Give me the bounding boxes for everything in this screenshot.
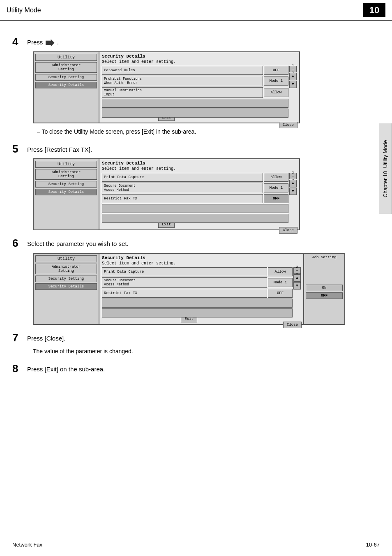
arrow-icon xyxy=(46,39,55,46)
s2-row3-value: OFF xyxy=(264,194,288,203)
screen1-scroll: 1─2 ▲ ▼ xyxy=(289,66,297,118)
scroll-down-2[interactable]: ▼ xyxy=(289,188,297,195)
screen3-row-1: Print Data Capture Allow xyxy=(102,267,293,276)
screen1-footer: Close xyxy=(101,122,297,128)
header-title: Utility Mode xyxy=(7,7,41,14)
screen1-row-empty1 xyxy=(102,99,288,108)
screen2-row-empty1 xyxy=(102,204,288,213)
utility-btn-3[interactable]: Utility xyxy=(35,255,97,262)
side-chapter-label: Chapter 10 Utility Mode xyxy=(379,123,392,214)
main-content: 4 Press . Utility AdministratorSetting S… xyxy=(0,21,392,387)
screen2-subtitle: Select item and enter setting. xyxy=(102,167,297,171)
screen1-rows: Password Rules OFF Prohibit FunctionsWhe… xyxy=(102,66,288,118)
scroll-top-3: 2─2 xyxy=(293,267,301,274)
admin-btn-2[interactable]: AdministratorSetting xyxy=(35,169,97,180)
screen1-subtitle: Select item and enter setting. xyxy=(102,60,297,64)
scroll-down-1[interactable]: ▼ xyxy=(289,81,297,88)
scroll-up-1[interactable]: ▲ xyxy=(289,73,297,80)
s3-empty2 xyxy=(102,308,293,317)
s3-row1-value: Allow xyxy=(268,267,293,276)
close-btn-2[interactable]: Close xyxy=(279,227,297,234)
utility-btn-2[interactable]: Utility xyxy=(35,161,97,168)
security-details-btn-2[interactable]: Security Details xyxy=(35,189,97,195)
utility-btn-1[interactable]: Utility xyxy=(35,54,97,61)
screen1-title: Security Details xyxy=(102,54,297,59)
s2-row2-label: Secure DocumentAcess Method xyxy=(102,183,263,193)
step-text-5: Press [Restrict Fax TX]. xyxy=(27,145,92,155)
step-number-7: 7 xyxy=(12,332,27,343)
step-text-6: Select the parameter you wish to set. xyxy=(27,239,129,249)
off-btn[interactable]: OFF xyxy=(306,292,343,299)
footer-right: 10-67 xyxy=(366,542,380,548)
step7-subnote: The value of the parameter is changed. xyxy=(33,347,371,356)
screen1-row-2: Prohibit FunctionsWhen Auth. Error Mode … xyxy=(102,76,288,86)
security-setting-btn-3[interactable]: Security Setting xyxy=(35,276,97,282)
screen3-row-2: Secure DocumentAcess Method Mode 1 xyxy=(102,277,293,288)
page-header: Utility Mode 10 xyxy=(0,0,392,21)
screen3-right-panel: Job Setting ON OFF xyxy=(303,254,344,324)
step-text-4: Press . xyxy=(27,38,59,47)
admin-btn-1[interactable]: AdministratorSetting xyxy=(35,62,97,73)
s3-row3-label: Restrict Fax TX xyxy=(102,289,267,298)
step-number-6: 6 xyxy=(12,238,27,248)
step-number-8: 8 xyxy=(12,363,27,374)
screen3-subtitle: Select item and enter setting. xyxy=(102,261,301,266)
close-btn-1[interactable]: Close xyxy=(279,122,297,128)
screen-left-2: Utility AdministratorSetting Security Se… xyxy=(34,159,99,229)
screen2-row-2: Secure DocumentAcess Method Mode 1 xyxy=(102,183,288,193)
right-panel-title: Job Setting xyxy=(306,255,343,259)
security-setting-btn-2[interactable]: Security Setting xyxy=(35,181,97,188)
s2-empty2 xyxy=(102,214,288,223)
scroll-up-2[interactable]: ▲ xyxy=(289,180,297,187)
step-8: 8 Press [Exit] on the sub-area. xyxy=(12,363,371,374)
screen2-scroll: 2─2 ▲ ▼ xyxy=(289,173,297,223)
s2-row1-value: Allow xyxy=(264,173,288,182)
s3-row3-value: OFF xyxy=(268,289,293,298)
screen2-rows: Print Data Capture Allow Secure Document… xyxy=(102,173,288,223)
row1-label: Password Rules xyxy=(102,66,263,75)
screen3-row-empty2 xyxy=(102,308,293,317)
footer-left: Network Fax xyxy=(12,542,42,548)
screen2-row-1: Print Data Capture Allow xyxy=(102,173,288,182)
screen3-title: Security Details xyxy=(102,255,301,260)
screen1-row-empty2 xyxy=(102,109,288,118)
security-details-btn-1[interactable]: Security Details xyxy=(35,82,97,88)
screen-mockup-3: Utility AdministratorSetting Security Se… xyxy=(33,253,345,325)
row2-value: Mode 1 xyxy=(264,76,288,86)
row1-value: OFF xyxy=(264,66,288,75)
screen3-row-empty1 xyxy=(102,299,293,308)
step-7: 7 Press [Close]. xyxy=(12,332,371,343)
screen2-row-3: Restrict Fax TX OFF xyxy=(102,194,288,203)
row-empty2 xyxy=(102,109,288,118)
screen2-footer: Close xyxy=(101,227,297,234)
scroll-down-3[interactable]: ▼ xyxy=(293,282,301,290)
s3-row2-label: Secure DocumentAcess Method xyxy=(102,277,267,288)
on-btn[interactable]: ON xyxy=(306,285,343,291)
step-5: 5 Press [Restrict Fax TX]. xyxy=(12,144,371,155)
security-setting-btn-1[interactable]: Security Setting xyxy=(35,74,97,81)
screen-left-1: Utility AdministratorSetting Security Se… xyxy=(34,52,99,123)
screen1-content: Password Rules OFF Prohibit FunctionsWhe… xyxy=(102,66,297,118)
scroll-top-1: 1─2 xyxy=(289,66,297,72)
step-number-5: 5 xyxy=(12,144,27,154)
screen-right-1: Security Details Select item and enter s… xyxy=(99,52,299,123)
screen-left-3: Utility AdministratorSetting Security Se… xyxy=(34,254,99,324)
screen3-footer: Close xyxy=(101,322,302,328)
s2-row1-label: Print Data Capture xyxy=(102,173,263,182)
screen1-row-3: Manual DestinationInput Allow xyxy=(102,87,288,98)
scroll-up-3[interactable]: ▲ xyxy=(293,274,301,282)
step-6: 6 Select the parameter you wish to set. xyxy=(12,238,371,249)
row-empty1 xyxy=(102,99,288,108)
s3-empty1 xyxy=(102,299,293,308)
step-number-4: 4 xyxy=(12,36,27,47)
close-btn-3[interactable]: Close xyxy=(283,322,302,328)
screen-mockup-2: Utility AdministratorSetting Security Se… xyxy=(33,158,300,230)
admin-btn-3[interactable]: AdministratorSetting xyxy=(35,264,97,274)
step-text-8: Press [Exit] on the sub-area. xyxy=(27,365,105,374)
row3-label: Manual DestinationInput xyxy=(102,87,263,98)
step-4: 4 Press . xyxy=(12,36,371,47)
security-details-btn-3[interactable]: Security Details xyxy=(35,283,97,290)
chapter-badge: 10 xyxy=(363,3,385,17)
row2-label: Prohibit FunctionsWhen Auth. Error xyxy=(102,76,263,86)
screen3-content: Print Data Capture Allow Secure Document… xyxy=(102,267,301,317)
